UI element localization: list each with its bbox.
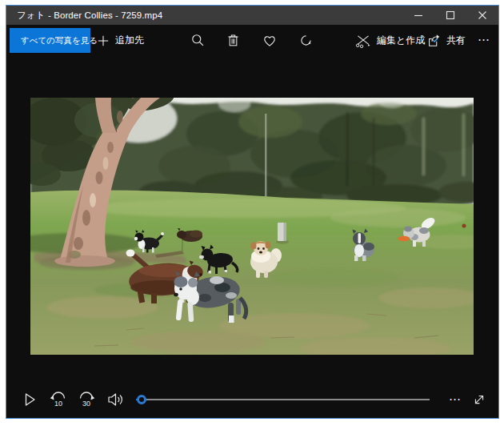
see-all-photos-label: すべての写真を見る: [21, 35, 98, 46]
heart-icon: [262, 33, 278, 48]
player-more-button[interactable]: …: [443, 388, 467, 412]
favorite-button[interactable]: [256, 25, 283, 56]
svg-text:10: 10: [54, 400, 62, 408]
see-more-icon: …: [478, 31, 490, 43]
minimize-button[interactable]: [402, 6, 434, 25]
share-label: 共有: [446, 34, 466, 47]
photos-app-window: フォト - Border Collies - 7259.mp4: [6, 5, 499, 419]
zoom-button[interactable]: [184, 25, 211, 56]
playback-controls: 10 30: [6, 388, 498, 412]
delete-button[interactable]: [219, 25, 246, 56]
magnifier-icon: [190, 33, 206, 48]
see-all-photos-button[interactable]: すべての写真を見る: [10, 28, 90, 53]
forward-30-icon: 30: [77, 390, 96, 409]
slider-track[interactable]: [136, 399, 430, 400]
player-more-icon: …: [449, 391, 462, 403]
video-frame[interactable]: [30, 98, 474, 355]
see-more-button[interactable]: …: [474, 25, 494, 56]
close-icon: [478, 10, 487, 20]
fullscreen-button[interactable]: [467, 388, 491, 412]
title-bar[interactable]: フォト - Border Collies - 7259.mp4: [6, 6, 498, 25]
pencil-scissors-icon: [355, 34, 371, 48]
player-stage: 10 30: [6, 56, 498, 418]
rotate-button[interactable]: [292, 25, 319, 56]
toolbar: すべての写真を見る 追加先: [6, 25, 498, 56]
play-button[interactable]: [18, 388, 42, 412]
svg-text:30: 30: [82, 400, 90, 408]
slider-thumb[interactable]: [137, 395, 146, 404]
forward-30-button[interactable]: 30: [74, 388, 98, 412]
window-controls: [402, 6, 498, 25]
add-to-button[interactable]: 追加先: [90, 25, 151, 56]
fullscreen-icon: [471, 392, 487, 408]
close-button[interactable]: [466, 6, 498, 25]
rewind-10-icon: 10: [49, 390, 68, 409]
volume-button[interactable]: [103, 388, 127, 412]
edit-create-label: 編集と作成: [377, 34, 425, 47]
volume-icon: [106, 391, 125, 408]
distant-pole: [265, 114, 267, 204]
video-progress-slider[interactable]: [133, 388, 433, 412]
play-icon: [22, 392, 38, 408]
rewind-10-button[interactable]: 10: [46, 388, 70, 412]
share-icon: [426, 33, 442, 48]
maximize-button[interactable]: [434, 6, 466, 25]
small-red-object: [462, 224, 466, 228]
rotate-icon: [298, 33, 314, 48]
add-to-label: 追加先: [115, 34, 144, 47]
video-scene: [30, 98, 474, 355]
plus-icon: [97, 34, 110, 47]
window-title: フォト - Border Collies - 7259.mp4: [6, 10, 402, 22]
share-button[interactable]: 共有: [426, 25, 466, 56]
trash-icon: [226, 33, 241, 48]
maximize-icon: [446, 10, 455, 20]
minimize-icon: [414, 10, 423, 20]
